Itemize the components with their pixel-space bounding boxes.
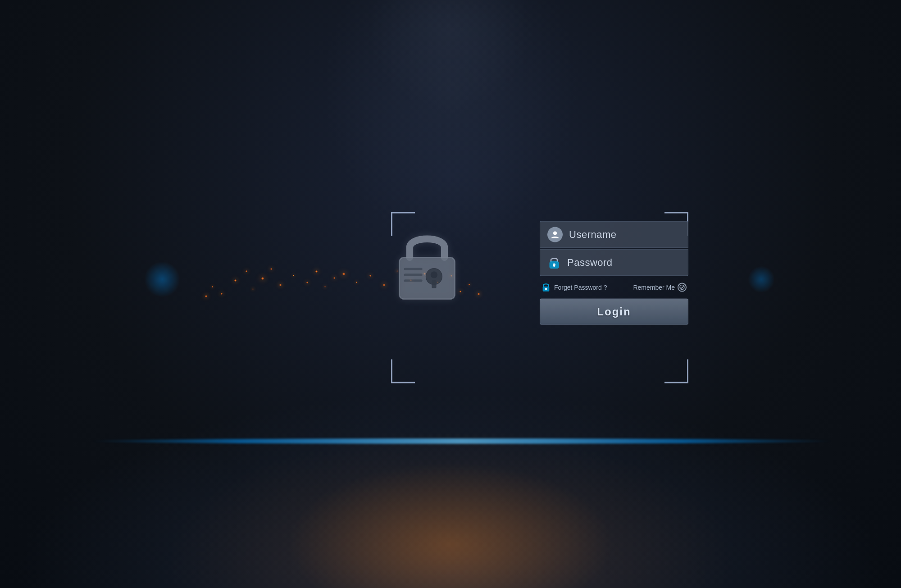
svg-point-7 — [553, 231, 557, 235]
login-panel: Username Password Fo — [391, 212, 688, 383]
forgot-password-label: Forget Password ? — [554, 283, 607, 291]
password-label: Password — [567, 256, 613, 268]
options-row: Forget Password ? Remember Me — [540, 282, 688, 292]
remember-me-label: Remember Me — [633, 283, 675, 291]
svg-rect-5 — [432, 280, 436, 288]
username-field[interactable]: Username — [540, 221, 688, 248]
forgot-password-link[interactable]: Forget Password ? — [542, 282, 607, 292]
password-field[interactable]: Password — [540, 249, 688, 276]
tablet-edge-glow — [90, 438, 833, 444]
remember-me-option[interactable]: Remember Me — [633, 283, 687, 292]
svg-rect-10 — [554, 265, 555, 267]
forgot-lock-icon — [542, 282, 551, 292]
lock-area — [382, 225, 472, 306]
password-lock-icon — [547, 255, 561, 269]
user-icon — [547, 227, 563, 242]
login-button[interactable]: Login — [540, 298, 688, 324]
username-label: Username — [569, 228, 616, 240]
remember-me-checkbox[interactable] — [678, 283, 687, 292]
lock-icon — [391, 225, 463, 306]
svg-point-6 — [431, 271, 437, 278]
svg-point-12 — [545, 287, 547, 290]
form-area: Username Password Fo — [540, 221, 688, 324]
